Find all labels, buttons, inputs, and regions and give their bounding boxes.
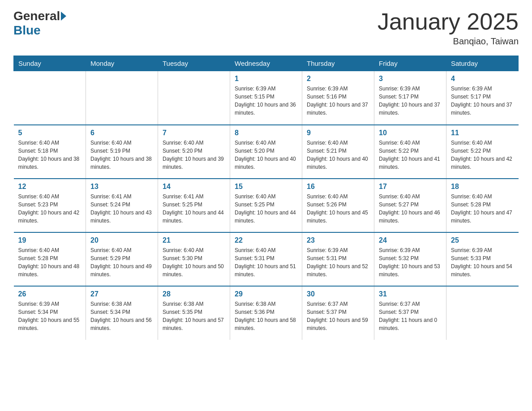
- day-number: 13: [90, 183, 153, 191]
- col-tuesday: Tuesday: [158, 56, 230, 71]
- calendar-cell: 7Sunrise: 6:40 AMSunset: 5:20 PMDaylight…: [158, 125, 230, 179]
- day-info: Sunrise: 6:39 AMSunset: 5:32 PMDaylight:…: [379, 246, 442, 278]
- day-info: Sunrise: 6:40 AMSunset: 5:23 PMDaylight:…: [18, 193, 82, 225]
- day-info: Sunrise: 6:39 AMSunset: 5:17 PMDaylight:…: [451, 85, 514, 117]
- calendar-cell: 11Sunrise: 6:40 AMSunset: 5:22 PMDayligh…: [446, 125, 519, 179]
- calendar-cell: 18Sunrise: 6:40 AMSunset: 5:28 PMDayligh…: [446, 179, 519, 232]
- calendar-cell: [86, 71, 158, 125]
- calendar-cell: 14Sunrise: 6:41 AMSunset: 5:25 PMDayligh…: [158, 179, 230, 232]
- day-number: 18: [451, 183, 514, 191]
- day-info: Sunrise: 6:40 AMSunset: 5:26 PMDaylight:…: [307, 193, 369, 225]
- day-number: 15: [235, 183, 297, 191]
- calendar-cell: 17Sunrise: 6:40 AMSunset: 5:27 PMDayligh…: [374, 179, 446, 232]
- calendar-cell: 28Sunrise: 6:38 AMSunset: 5:35 PMDayligh…: [158, 286, 230, 340]
- day-info: Sunrise: 6:39 AMSunset: 5:17 PMDaylight:…: [379, 85, 442, 117]
- day-number: 1: [235, 75, 297, 83]
- day-info: Sunrise: 6:37 AMSunset: 5:37 PMDaylight:…: [307, 300, 369, 332]
- week-row-5: 26Sunrise: 6:39 AMSunset: 5:34 PMDayligh…: [14, 286, 519, 340]
- day-info: Sunrise: 6:40 AMSunset: 5:29 PMDaylight:…: [90, 246, 153, 278]
- day-number: 19: [18, 236, 82, 244]
- col-friday: Friday: [374, 56, 446, 71]
- day-number: 16: [307, 183, 369, 191]
- day-number: 30: [307, 290, 369, 298]
- day-info: Sunrise: 6:40 AMSunset: 5:31 PMDaylight:…: [235, 246, 297, 278]
- calendar-cell: 31Sunrise: 6:37 AMSunset: 5:37 PMDayligh…: [374, 286, 446, 340]
- day-info: Sunrise: 6:40 AMSunset: 5:30 PMDaylight:…: [163, 246, 225, 278]
- col-saturday: Saturday: [446, 56, 519, 71]
- calendar-cell: 3Sunrise: 6:39 AMSunset: 5:17 PMDaylight…: [374, 71, 446, 125]
- month-title: January 2025: [378, 9, 519, 34]
- week-row-1: 1Sunrise: 6:39 AMSunset: 5:15 PMDaylight…: [14, 71, 519, 125]
- day-info: Sunrise: 6:37 AMSunset: 5:37 PMDaylight:…: [379, 300, 442, 332]
- calendar-cell: [158, 71, 230, 125]
- col-sunday: Sunday: [14, 56, 86, 71]
- calendar-cell: 12Sunrise: 6:40 AMSunset: 5:23 PMDayligh…: [14, 179, 86, 232]
- calendar-cell: 8Sunrise: 6:40 AMSunset: 5:20 PMDaylight…: [230, 125, 302, 179]
- col-wednesday: Wednesday: [230, 56, 302, 71]
- week-row-2: 5Sunrise: 6:40 AMSunset: 5:18 PMDaylight…: [14, 125, 519, 179]
- day-number: 29: [235, 290, 297, 298]
- day-info: Sunrise: 6:41 AMSunset: 5:25 PMDaylight:…: [163, 193, 225, 225]
- location-text: Banqiao, Taiwan: [378, 36, 519, 47]
- day-number: 5: [18, 129, 82, 137]
- col-thursday: Thursday: [302, 56, 374, 71]
- calendar-cell: 16Sunrise: 6:40 AMSunset: 5:26 PMDayligh…: [302, 179, 374, 232]
- calendar-cell: 27Sunrise: 6:38 AMSunset: 5:34 PMDayligh…: [86, 286, 158, 340]
- calendar-cell: 6Sunrise: 6:40 AMSunset: 5:19 PMDaylight…: [86, 125, 158, 179]
- day-info: Sunrise: 6:40 AMSunset: 5:25 PMDaylight:…: [235, 193, 297, 225]
- calendar-header: Sunday Monday Tuesday Wednesday Thursday…: [14, 56, 519, 71]
- day-info: Sunrise: 6:38 AMSunset: 5:36 PMDaylight:…: [235, 300, 297, 332]
- day-info: Sunrise: 6:39 AMSunset: 5:34 PMDaylight:…: [18, 300, 82, 332]
- calendar-body: 1Sunrise: 6:39 AMSunset: 5:15 PMDaylight…: [14, 71, 519, 340]
- logo: General Blue: [13, 9, 67, 38]
- calendar-cell: [446, 286, 519, 340]
- day-info: Sunrise: 6:40 AMSunset: 5:21 PMDaylight:…: [307, 139, 369, 171]
- day-number: 25: [451, 236, 514, 244]
- day-number: 31: [379, 290, 442, 298]
- calendar-cell: 24Sunrise: 6:39 AMSunset: 5:32 PMDayligh…: [374, 232, 446, 286]
- day-number: 6: [90, 129, 153, 137]
- calendar-table: Sunday Monday Tuesday Wednesday Thursday…: [13, 56, 519, 340]
- day-info: Sunrise: 6:39 AMSunset: 5:15 PMDaylight:…: [235, 85, 297, 117]
- day-info: Sunrise: 6:40 AMSunset: 5:20 PMDaylight:…: [163, 139, 225, 171]
- page-header: General Blue January 2025 Banqiao, Taiwa…: [13, 9, 519, 47]
- calendar-cell: 21Sunrise: 6:40 AMSunset: 5:30 PMDayligh…: [158, 232, 230, 286]
- day-number: 11: [451, 129, 514, 137]
- calendar-cell: 19Sunrise: 6:40 AMSunset: 5:28 PMDayligh…: [14, 232, 86, 286]
- header-row: Sunday Monday Tuesday Wednesday Thursday…: [14, 56, 519, 71]
- day-number: 24: [379, 236, 442, 244]
- calendar-cell: [14, 71, 86, 125]
- calendar-cell: 13Sunrise: 6:41 AMSunset: 5:24 PMDayligh…: [86, 179, 158, 232]
- day-number: 28: [163, 290, 225, 298]
- day-number: 21: [163, 236, 225, 244]
- col-monday: Monday: [86, 56, 158, 71]
- day-number: 10: [379, 129, 442, 137]
- day-info: Sunrise: 6:41 AMSunset: 5:24 PMDaylight:…: [90, 193, 153, 225]
- day-number: 4: [451, 75, 514, 83]
- calendar-cell: 23Sunrise: 6:39 AMSunset: 5:31 PMDayligh…: [302, 232, 374, 286]
- day-number: 26: [18, 290, 82, 298]
- day-number: 17: [379, 183, 442, 191]
- day-number: 20: [90, 236, 153, 244]
- day-number: 8: [235, 129, 297, 137]
- day-number: 12: [18, 183, 82, 191]
- day-info: Sunrise: 6:40 AMSunset: 5:28 PMDaylight:…: [451, 193, 514, 225]
- day-info: Sunrise: 6:38 AMSunset: 5:35 PMDaylight:…: [163, 300, 225, 332]
- day-number: 2: [307, 75, 369, 83]
- calendar-cell: 20Sunrise: 6:40 AMSunset: 5:29 PMDayligh…: [86, 232, 158, 286]
- logo-blue-text: Blue: [13, 23, 41, 38]
- day-number: 7: [163, 129, 225, 137]
- calendar-cell: 1Sunrise: 6:39 AMSunset: 5:15 PMDaylight…: [230, 71, 302, 125]
- title-section: January 2025 Banqiao, Taiwan: [378, 9, 519, 47]
- day-info: Sunrise: 6:39 AMSunset: 5:16 PMDaylight:…: [307, 85, 369, 117]
- week-row-4: 19Sunrise: 6:40 AMSunset: 5:28 PMDayligh…: [14, 232, 519, 286]
- calendar-cell: 26Sunrise: 6:39 AMSunset: 5:34 PMDayligh…: [14, 286, 86, 340]
- day-number: 27: [90, 290, 153, 298]
- day-number: 22: [235, 236, 297, 244]
- day-info: Sunrise: 6:40 AMSunset: 5:19 PMDaylight:…: [90, 139, 153, 171]
- calendar-cell: 9Sunrise: 6:40 AMSunset: 5:21 PMDaylight…: [302, 125, 374, 179]
- day-number: 3: [379, 75, 442, 83]
- day-info: Sunrise: 6:40 AMSunset: 5:22 PMDaylight:…: [451, 139, 514, 171]
- week-row-3: 12Sunrise: 6:40 AMSunset: 5:23 PMDayligh…: [14, 179, 519, 232]
- calendar-cell: 30Sunrise: 6:37 AMSunset: 5:37 PMDayligh…: [302, 286, 374, 340]
